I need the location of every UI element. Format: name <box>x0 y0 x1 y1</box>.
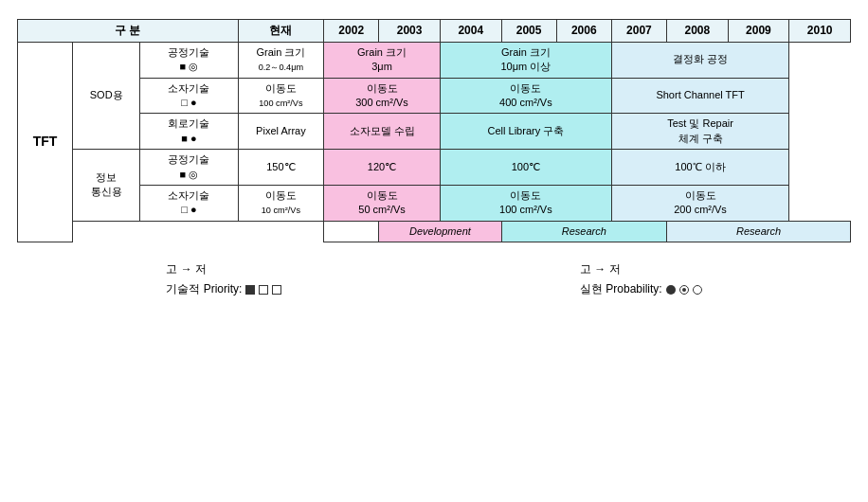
legend-section: 고 → 저 기술적 Priority: 고 → 저 실현 Probability… <box>17 261 851 297</box>
main-container: 구 분 현재 2002 2003 2004 2005 2006 2007 200… <box>0 0 868 502</box>
footer-research-2: Research <box>667 221 851 242</box>
square-outline-icon <box>259 285 268 295</box>
device-cyan-2: 이동도100 cm²/Vs <box>440 185 611 221</box>
square-filled-icon <box>245 285 255 295</box>
header-2006: 2006 <box>556 20 611 43</box>
device-pink-1: 이동도300 cm²/Vs <box>324 78 441 114</box>
circle-double-icon <box>679 285 689 295</box>
header-2004: 2004 <box>440 20 501 43</box>
circle-empty-icon <box>693 285 702 295</box>
process-label-1: 공정기술 ■ ◎ <box>140 42 238 78</box>
footer-research-1: Research <box>501 221 666 242</box>
process-blue-1: 결정화 공정 <box>611 42 788 78</box>
row-sod-device: 소자기술 □ ● 이동도100 cm²/Vs 이동도300 cm²/Vs 이동도… <box>18 78 851 114</box>
device-hyunjae-2: 이동도10 cm²/Vs <box>238 185 323 221</box>
tech-priority-label: 고 → 저 <box>166 261 207 278</box>
header-2008: 2008 <box>667 20 729 43</box>
circuit-pink-1: 소자모델 수립 <box>324 114 441 150</box>
tech-priority-arrow: 고 → 저 <box>166 261 281 278</box>
circuit-label-1: 회로기술 ■ ● <box>140 114 238 150</box>
header-2003: 2003 <box>379 20 441 43</box>
row-info-device: 소자기술 □ ● 이동도10 cm²/Vs 이동도50 cm²/Vs 이동도10… <box>18 185 851 221</box>
prob-arrow: 고 → 저 <box>580 261 702 278</box>
prob-section: 고 → 저 실현 Probability: <box>580 261 702 297</box>
header-2010: 2010 <box>789 20 851 43</box>
process-blue-2: 100℃ 이하 <box>611 150 788 186</box>
row-info-process: 정보통신용 공정기술 ■ ◎ 150℃ 120℃ 100℃ 100℃ 이하 <box>18 150 851 186</box>
process-hyunjae-2: 150℃ <box>238 150 323 186</box>
sod-label: SOD용 <box>73 42 140 149</box>
header-2009: 2009 <box>728 20 789 43</box>
circuit-blue-1: Test 및 Repair체계 구축 <box>611 114 788 150</box>
table-wrapper: 구 분 현재 2002 2003 2004 2005 2006 2007 200… <box>17 19 851 242</box>
footer-row: Development Research Research <box>18 221 851 242</box>
process-pink-2: 120℃ <box>324 150 441 186</box>
header-2002: 2002 <box>324 20 379 43</box>
info-label: 정보통신용 <box>73 150 140 222</box>
device-blue-1: Short Channel TFT <box>611 78 788 114</box>
tft-label: TFT <box>18 42 73 242</box>
square-empty-icon <box>272 285 281 295</box>
circle-filled-icon <box>666 285 676 295</box>
header-hyunjae: 현재 <box>238 20 323 43</box>
process-hyunjae-1: Grain 크기0.2～0.4μm <box>238 42 323 78</box>
circuit-cyan-1: Cell Library 구축 <box>440 114 611 150</box>
header-2007: 2007 <box>611 20 666 43</box>
prob-label: 고 → 저 <box>580 261 621 278</box>
prob-sublabel: 실현 Probability: <box>580 281 662 297</box>
device-pink-2: 이동도50 cm²/Vs <box>324 185 441 221</box>
device-cyan-1: 이동도400 cm²/Vs <box>440 78 611 114</box>
device-blue-2: 이동도200 cm²/Vs <box>611 185 788 221</box>
process-pink-1: Grain 크기3μm <box>324 42 441 78</box>
process-label-2: 공정기술 ■ ◎ <box>140 150 238 186</box>
row-sod-circuit: 회로기술 ■ ● Pixel Array 소자모델 수립 Cell Librar… <box>18 114 851 150</box>
process-cyan-1: Grain 크기10μm 이상 <box>440 42 611 78</box>
tech-priority-sublabel: 기술적 Priority: <box>166 281 242 297</box>
header-gubun: 구 분 <box>18 20 239 43</box>
tech-priority-section: 고 → 저 기술적 Priority: <box>166 261 281 297</box>
row-sod-process: TFT SOD용 공정기술 ■ ◎ Grain 크기0.2～0.4μm Grai… <box>18 42 851 78</box>
process-cyan-2: 100℃ <box>440 150 611 186</box>
main-table: 구 분 현재 2002 2003 2004 2005 2006 2007 200… <box>17 19 851 242</box>
circuit-hyunjae-1: Pixel Array <box>238 114 323 150</box>
device-label-2: 소자기술 □ ● <box>140 185 238 221</box>
device-hyunjae-1: 이동도100 cm²/Vs <box>238 78 323 114</box>
prob-icons: 실현 Probability: <box>580 281 702 297</box>
header-row: 구 분 현재 2002 2003 2004 2005 2006 2007 200… <box>18 20 851 43</box>
device-label-1: 소자기술 □ ● <box>140 78 238 114</box>
footer-development: Development <box>379 221 501 242</box>
header-2005: 2005 <box>501 20 556 43</box>
tech-priority-icons: 기술적 Priority: <box>166 281 281 297</box>
